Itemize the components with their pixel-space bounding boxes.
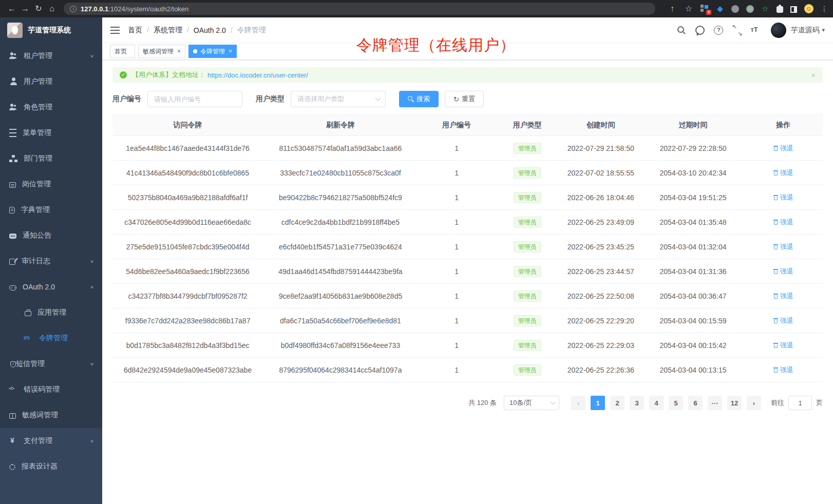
doc-link[interactable]: https://doc.iocoder.cn/user-center/ [207, 71, 308, 79]
force-logout-button[interactable]: 强退 [773, 193, 793, 202]
breadcrumb-item[interactable]: OAuth 2.0 [194, 26, 237, 34]
page-number-button[interactable]: 3 [630, 396, 644, 410]
github-icon[interactable] [695, 25, 705, 35]
expires-cell: 2054-03-04 00:36:47 [642, 292, 744, 300]
back-icon[interactable]: ← [5, 0, 18, 17]
fullscreen-icon[interactable] [732, 25, 742, 35]
sidebar-menu-item[interactable]: 敏感词管理 [0, 402, 102, 428]
sidebar-menu-item[interactable]: OAuth 2.0 ∧ [0, 274, 102, 300]
help-icon[interactable] [713, 25, 724, 35]
breadcrumb-item[interactable]: 首页 [128, 26, 154, 35]
reset-button[interactable]: ↻ 重置 [445, 91, 484, 107]
tab-preview-icon[interactable] [790, 6, 797, 13]
extension-star-icon[interactable]: ☆ [761, 5, 769, 13]
sidebar-menu-item[interactable]: 岗位管理 [0, 171, 102, 197]
username[interactable]: 芋道源码 [790, 26, 819, 35]
force-logout-button[interactable]: 强退 [773, 365, 793, 375]
actions-cell: 强退 [744, 242, 823, 251]
sidebar-item-label: 短信管理 [16, 359, 45, 369]
browser-profile-avatar[interactable]: ☺ [804, 4, 813, 13]
sidebar-menu-item[interactable]: 用户管理 [0, 69, 102, 94]
extension-circle-icon[interactable] [731, 5, 739, 13]
next-page-button[interactable]: › [747, 396, 761, 410]
user-type-select[interactable]: 请选择用户类型 [291, 91, 386, 107]
app-logo[interactable]: 芋道管理系统 [0, 17, 102, 43]
force-logout-button[interactable]: 强退 [773, 292, 793, 301]
page-number-button[interactable]: 4 [649, 396, 664, 410]
user-type-tag: 管理员 [514, 290, 541, 302]
bookmark-star-icon[interactable]: ☆ [684, 0, 693, 17]
page-tab[interactable]: 敏感词管理 × [138, 45, 185, 58]
breadcrumb-item[interactable]: 系统管理 [154, 26, 194, 35]
force-logout-button[interactable]: 强退 [773, 341, 793, 350]
user-id-cell: 1 [418, 243, 496, 251]
user-avatar[interactable] [771, 23, 786, 38]
page-number-button[interactable]: 5 [669, 396, 683, 410]
share-icon[interactable]: ↑ [668, 0, 677, 17]
extension-kite-icon[interactable]: ◆ [716, 5, 724, 13]
access-token-cell: 275e5de9151045fe87cbdc395e004f4d [112, 243, 263, 251]
sidebar-menu-item[interactable]: 支付管理 ∨ [0, 428, 102, 454]
forward-icon[interactable]: → [18, 0, 32, 17]
page-tab[interactable]: 首页 [110, 45, 135, 58]
user-id-cell: 1 [418, 292, 496, 300]
home-icon[interactable]: ⌂ [45, 0, 59, 17]
user-dropdown-caret-icon[interactable]: ▾ [822, 27, 825, 33]
actions-cell: 强退 [744, 144, 823, 153]
page-tab[interactable]: 令牌管理 × [188, 45, 237, 58]
font-size-icon[interactable] [750, 25, 761, 35]
tab-close-icon[interactable]: × [177, 48, 181, 54]
sidebar-menu-item[interactable]: 审计日志 ∨ [0, 248, 102, 274]
page-number-button[interactable]: 1 [591, 396, 605, 410]
extension-grid-icon[interactable]: 9 [701, 5, 709, 13]
token-table: 访问令牌 刷新令牌 用户编号 用户类型 创建时间 过期时间 操作 1ea5e44… [112, 114, 823, 382]
sidebar-menu-item[interactable]: 错误码管理 [0, 377, 102, 402]
sidebar-item-label: 应用管理 [37, 308, 66, 317]
sidebar-menu-item[interactable]: 通知公告 [0, 223, 102, 248]
extensions-puzzle-icon[interactable] [777, 6, 783, 13]
sidebar-menu-item[interactable]: 租户管理 ∨ [0, 43, 102, 69]
user-id-cell: 1 [418, 341, 496, 350]
tab-close-icon[interactable]: × [229, 48, 232, 54]
goto-label: 前往 [771, 398, 784, 408]
col-user-type: 用户类型 [495, 121, 559, 130]
active-dot-icon [193, 49, 197, 53]
page-number-button[interactable]: 2 [610, 396, 624, 410]
site-info-icon[interactable]: i [70, 6, 77, 12]
tab-label: 首页 [115, 47, 127, 56]
sidebar-fold-icon[interactable] [110, 27, 120, 34]
goto-page-input[interactable] [788, 396, 812, 410]
reload-icon[interactable]: ↻ [32, 0, 45, 17]
browser-menu-icon[interactable]: ⋮ [821, 5, 828, 13]
address-bar[interactable]: i 127.0.0.1:1024/system/oauth2/token [64, 3, 655, 15]
force-logout-button[interactable]: 强退 [773, 144, 793, 153]
sidebar-menu-item[interactable]: 应用管理 [0, 300, 102, 325]
prev-page-button[interactable]: ‹ [571, 396, 585, 410]
sidebar-menu-item[interactable]: 角色管理 [0, 94, 102, 120]
user-id-input[interactable] [147, 91, 242, 107]
force-logout-button[interactable]: 强退 [773, 267, 793, 276]
page-size-select[interactable]: 10条/页 [504, 396, 559, 410]
force-logout-button[interactable]: 强退 [773, 316, 793, 325]
force-logout-button[interactable]: 强退 [773, 242, 793, 251]
extension-dot-circle-icon[interactable] [746, 5, 754, 13]
user-id-label: 用户编号 [112, 94, 141, 104]
sidebar-menu-item[interactable]: 菜单管理 [0, 120, 102, 146]
sidebar-item-label: OAuth 2.0 [23, 283, 55, 291]
page-number-button[interactable]: 12 [727, 396, 742, 410]
search-icon[interactable] [676, 25, 687, 35]
force-logout-button[interactable]: 强退 [773, 168, 793, 178]
alert-close-icon[interactable]: × [811, 71, 816, 80]
sidebar-menu-item[interactable]: 报表设计器 [0, 454, 102, 479]
sidebar-menu-item[interactable]: 短信管理 ∨ [0, 351, 102, 377]
user-id-cell: 1 [418, 218, 496, 226]
user-type-tag: 管理员 [514, 364, 541, 376]
sidebar-menu-item[interactable]: 令牌管理 [0, 325, 102, 351]
sidebar-menu-item[interactable]: 字典管理 [0, 197, 102, 223]
search-button[interactable]: 搜索 [399, 91, 439, 107]
page-number-button[interactable]: ··· [708, 396, 722, 410]
sidebar-menu-item[interactable]: 部门管理 [0, 146, 102, 171]
expires-cell: 2054-03-04 01:32:04 [642, 243, 744, 251]
page-number-button[interactable]: 6 [688, 396, 703, 410]
force-logout-button[interactable]: 强退 [773, 218, 793, 227]
